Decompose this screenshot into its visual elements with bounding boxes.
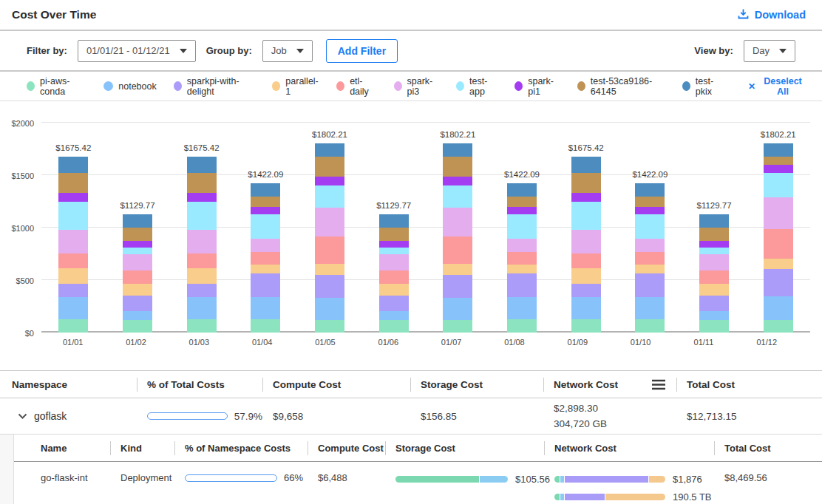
bar-segment-spark-pi1 [315, 177, 344, 185]
bar-total-label: $1675.42 [55, 143, 91, 152]
col-namespace[interactable]: Namespace [0, 371, 137, 398]
bar-segment-spark-pi3 [123, 254, 152, 270]
bar-segment-notebook [251, 297, 280, 319]
bar-total-label: $1422.09 [248, 170, 283, 179]
legend-item-etl-daily[interactable]: etl-daily [336, 76, 376, 97]
download-button[interactable]: Download [733, 7, 810, 23]
plot-area: $1675.42$1129.77$1675.42$1422.09$1802.21… [41, 123, 810, 333]
legend-item-test-53ca9186-64145[interactable]: test-53ca9186-64145 [577, 76, 665, 97]
group-by-value: Job [271, 45, 287, 56]
col-compute[interactable]: Compute Cost [308, 435, 385, 461]
legend-item-pi-aws-conda[interactable]: pi-aws-conda [27, 76, 86, 97]
col-total[interactable]: Total Cost [714, 435, 822, 461]
y-axis-tick: $2000 [11, 119, 34, 128]
bar-segment-etl-daily [123, 270, 152, 284]
bar-segment-test-pkix [764, 143, 793, 157]
col-storage[interactable]: Storage Cost [385, 435, 544, 461]
bar-segment-test-53ca9186-64145 [635, 197, 665, 207]
bar-segment-notebook [699, 311, 729, 320]
legend-dot [456, 81, 464, 91]
legend-label: test-53ca9186-64145 [591, 76, 665, 97]
col-compute[interactable]: Compute Cost [262, 371, 410, 398]
namespace-expander[interactable]: goflask [0, 398, 137, 434]
bar-segment-pi-aws-conda [443, 320, 472, 333]
network-cost-value: $2,898.30 [554, 401, 598, 416]
stacked-bar-01/02[interactable] [123, 214, 152, 333]
legend-label: sparkpi-with-delight [187, 76, 255, 97]
storage-cost-cell: $156.85 [410, 398, 543, 434]
legend-label: parallel-1 [285, 76, 319, 97]
bar-segment-parallel-1 [187, 268, 217, 284]
legend-label: test-app [469, 76, 497, 97]
col-network[interactable]: Network Cost [544, 435, 714, 461]
stacked-bar-01/05[interactable] [315, 143, 344, 333]
stacked-bar-01/01[interactable] [58, 157, 88, 333]
bar-segment-notebook [443, 298, 472, 319]
bar-segment-test-app [123, 248, 152, 254]
bar-segment-test-53ca9186-64145 [699, 228, 729, 241]
deselect-all-label: Deselect All [760, 76, 806, 97]
stacked-bar-01/11[interactable] [699, 214, 729, 333]
bar-segment-notebook [764, 296, 793, 321]
deselect-all-button[interactable]: ✕ Deselect All [744, 75, 810, 98]
bar-segment-notebook [315, 298, 344, 319]
add-filter-button[interactable]: Add Filter [326, 39, 398, 63]
stacked-bar-01/10[interactable] [635, 183, 665, 333]
stacked-bar-01/06[interactable] [379, 214, 409, 333]
workload-kind: Deployment [110, 462, 174, 504]
close-icon: ✕ [748, 81, 755, 92]
legend-item-sparkpi-with-delight[interactable]: sparkpi-with-delight [174, 76, 255, 97]
col-pct-total[interactable]: % of Total Costs [137, 371, 262, 398]
col-kind[interactable]: Kind [110, 435, 174, 461]
stacked-bar-01/08[interactable] [507, 183, 537, 333]
bar-segment-test-pkix [443, 143, 472, 156]
network-cost-cell: $2,898.30 304,720 GB [543, 398, 676, 434]
legend-item-parallel-1[interactable]: parallel-1 [272, 76, 319, 97]
legend-item-test-app[interactable]: test-app [456, 76, 497, 97]
bar-slot: $1129.77 [106, 123, 170, 333]
stacked-bar-01/07[interactable] [443, 143, 472, 333]
total-cost-cell: $8,469.56 [714, 462, 822, 504]
col-pct-namespace[interactable]: % of Namespace Costs [174, 435, 308, 461]
bar-segment-spark-pi3 [379, 254, 409, 270]
bar-slot: $1675.42 [41, 123, 106, 333]
legend-dot [336, 81, 344, 91]
date-range-select[interactable]: 01/01/21 - 01/12/21 [78, 40, 196, 62]
bar-segment-parallel-1 [699, 284, 729, 296]
bar-segment-test-app [635, 214, 665, 239]
legend-label: notebook [118, 81, 156, 92]
group-by-select[interactable]: Job [262, 40, 313, 62]
bar-segment-test-app [58, 202, 88, 230]
col-total[interactable]: Total Cost [676, 371, 822, 398]
bar-slot: $1802.21 [746, 123, 810, 333]
bar-segment-notebook [507, 297, 537, 319]
legend-item-test-pkix[interactable]: test-pkix [682, 76, 724, 97]
bar-segment-parallel-1 [571, 268, 601, 284]
bar-segment-pi-aws-conda [571, 319, 601, 333]
view-by-select[interactable]: Day [744, 40, 795, 62]
col-network[interactable]: Network Cost [543, 371, 676, 398]
filter-by-label: Filter by: [27, 45, 67, 56]
legend-item-spark-pi1[interactable]: spark-pi1 [514, 76, 560, 97]
bar-segment-test-53ca9186-64145 [379, 228, 409, 241]
bar-segment-test-53ca9186-64145 [187, 173, 217, 194]
stacked-bar-01/04[interactable] [251, 183, 280, 333]
x-axis-label: 01/02 [104, 338, 167, 347]
column-menu-icon[interactable] [651, 379, 666, 390]
bar-segment-spark-pi3 [571, 230, 601, 253]
network-usage-value: 304,720 GB [554, 417, 607, 432]
stacked-bar-01/09[interactable] [571, 157, 601, 333]
bar-segment-etl-daily [699, 270, 729, 284]
stacked-bar-01/03[interactable] [187, 157, 217, 333]
bar-segment-spark-pi3 [507, 239, 537, 251]
stacked-bar-01/12[interactable] [764, 143, 793, 333]
col-name[interactable]: Name [14, 435, 110, 461]
legend-item-notebook[interactable]: notebook [103, 81, 156, 92]
legend-item-spark-pi3[interactable]: spark-pi3 [394, 76, 440, 97]
legend-label: etl-daily [350, 76, 376, 97]
mini-bar-segment [560, 494, 563, 500]
bar-segment-parallel-1 [635, 265, 665, 273]
col-storage[interactable]: Storage Cost [410, 371, 543, 398]
network-cost-cell: $1,876 190.5 TB [544, 462, 714, 504]
bar-segment-etl-daily [251, 252, 280, 265]
